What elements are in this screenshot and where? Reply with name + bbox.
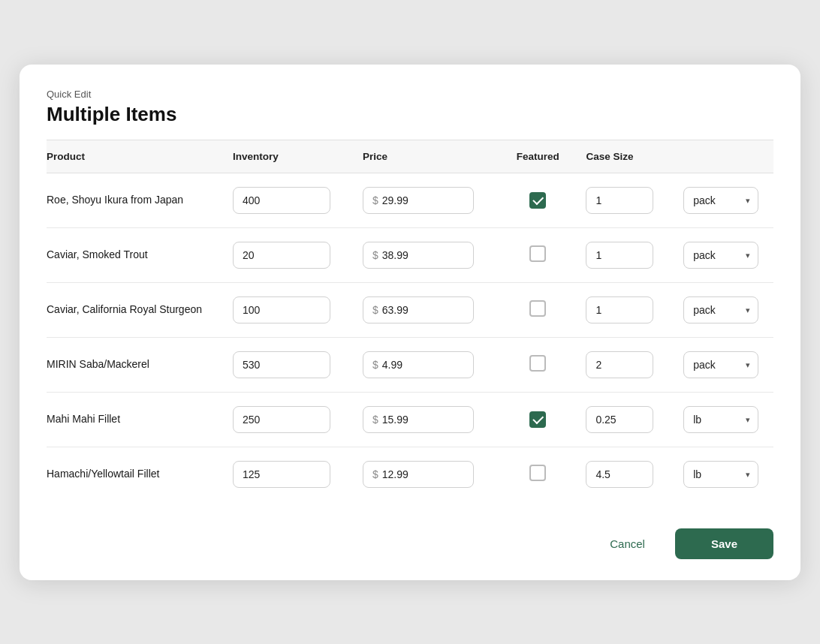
price-input-0[interactable] <box>382 194 450 206</box>
unit-select-5[interactable]: packlbozkgg <box>693 468 749 480</box>
inventory-input-5[interactable] <box>233 461 330 488</box>
inventory-input-0[interactable] <box>233 187 330 214</box>
unit-wrapper-1[interactable]: packlbozkgg▾ <box>683 242 758 269</box>
quick-edit-modal: Quick Edit Multiple Items Product Invent… <box>20 65 800 580</box>
casesize-input-0[interactable] <box>586 187 653 214</box>
casesize-input-3[interactable] <box>586 351 653 378</box>
featured-checkbox-3[interactable] <box>529 355 546 372</box>
casesize-cell-1 <box>578 227 676 282</box>
unit-select-2[interactable]: packlbozkgg <box>693 304 749 316</box>
price-wrapper-3: $ <box>363 351 474 378</box>
product-name-2: Caviar, California Royal Sturgeon <box>47 282 225 337</box>
casesize-input-4[interactable] <box>586 406 653 433</box>
product-name-3: MIRIN Saba/Mackerel <box>47 337 225 392</box>
featured-cell-4 <box>497 392 578 447</box>
featured-cell-3 <box>497 337 578 392</box>
price-symbol: $ <box>372 468 378 480</box>
inventory-cell-2 <box>225 282 355 337</box>
inventory-input-3[interactable] <box>233 351 330 378</box>
casesize-cell-2 <box>578 282 676 337</box>
quick-edit-label: Quick Edit <box>47 89 773 100</box>
price-symbol: $ <box>372 414 378 426</box>
featured-checkbox-1[interactable] <box>529 245 546 262</box>
unit-wrapper-2[interactable]: packlbozkgg▾ <box>683 296 758 324</box>
featured-cell-5 <box>497 447 578 501</box>
price-input-1[interactable] <box>382 249 450 261</box>
inventory-cell-3 <box>225 337 355 392</box>
col-header-inventory: Inventory <box>225 140 355 173</box>
featured-checkbox-4[interactable] <box>529 411 546 428</box>
unit-select-0[interactable]: packlbozkgg <box>693 194 749 206</box>
featured-checkbox-0[interactable] <box>529 192 546 209</box>
save-button[interactable]: Save <box>675 528 773 559</box>
featured-checkbox-5[interactable] <box>529 465 546 481</box>
price-wrapper-4: $ <box>363 406 474 433</box>
unit-select-4[interactable]: packlbozkgg <box>693 414 749 426</box>
table-row: MIRIN Saba/Mackerel$packlbozkgg▾ <box>47 337 773 392</box>
casesize-cell-0 <box>578 173 676 227</box>
price-cell-1: $ <box>355 227 497 282</box>
featured-checkbox-2[interactable] <box>529 300 546 317</box>
col-header-casesize: Case Size <box>578 140 676 173</box>
table-row: Hamachi/Yellowtail Fillet$packlbozkgg▾ <box>47 447 773 501</box>
price-symbol: $ <box>372 304 378 316</box>
modal-footer: Cancel Save <box>47 522 773 559</box>
price-cell-4: $ <box>355 392 497 447</box>
price-cell-3: $ <box>355 337 497 392</box>
price-cell-2: $ <box>355 282 497 337</box>
featured-cell-2 <box>497 282 578 337</box>
col-header-price: Price <box>355 140 497 173</box>
modal-title: Multiple Items <box>47 103 773 126</box>
col-header-unit <box>676 140 773 173</box>
table-row: Mahi Mahi Fillet$packlbozkgg▾ <box>47 392 773 447</box>
price-input-2[interactable] <box>382 304 450 316</box>
table-row: Caviar, Smoked Trout$packlbozkgg▾ <box>47 227 773 282</box>
unit-wrapper-0[interactable]: packlbozkgg▾ <box>683 187 758 214</box>
unit-select-1[interactable]: packlbozkgg <box>693 249 749 261</box>
price-symbol: $ <box>372 359 378 371</box>
inventory-cell-0 <box>225 173 355 227</box>
price-cell-0: $ <box>355 173 497 227</box>
items-table: Product Inventory Price Featured Case Si… <box>47 140 773 501</box>
product-name-1: Caviar, Smoked Trout <box>47 227 225 282</box>
featured-cell-0 <box>497 173 578 227</box>
price-wrapper-2: $ <box>363 296 474 324</box>
unit-cell-0: packlbozkgg▾ <box>676 173 773 227</box>
price-wrapper-1: $ <box>363 242 474 269</box>
table-row: Caviar, California Royal Sturgeon$packlb… <box>47 282 773 337</box>
casesize-input-1[interactable] <box>586 242 653 269</box>
unit-wrapper-5[interactable]: packlbozkgg▾ <box>683 461 758 488</box>
unit-select-3[interactable]: packlbozkgg <box>693 359 749 371</box>
price-input-3[interactable] <box>382 359 450 371</box>
featured-cell-1 <box>497 227 578 282</box>
casesize-cell-3 <box>578 337 676 392</box>
unit-cell-2: packlbozkgg▾ <box>676 282 773 337</box>
price-wrapper-5: $ <box>363 461 474 488</box>
price-cell-5: $ <box>355 447 497 501</box>
price-input-4[interactable] <box>382 414 450 426</box>
unit-cell-1: packlbozkgg▾ <box>676 227 773 282</box>
table-row: Roe, Shoyu Ikura from Japan$packlbozkgg▾ <box>47 173 773 227</box>
unit-cell-4: packlbozkgg▾ <box>676 392 773 447</box>
inventory-input-1[interactable] <box>233 242 330 269</box>
table-header-row: Product Inventory Price Featured Case Si… <box>47 140 773 173</box>
casesize-input-5[interactable] <box>586 461 653 488</box>
price-symbol: $ <box>372 194 378 206</box>
inventory-cell-5 <box>225 447 355 501</box>
unit-wrapper-4[interactable]: packlbozkgg▾ <box>683 406 758 433</box>
inventory-cell-4 <box>225 392 355 447</box>
price-symbol: $ <box>372 249 378 261</box>
unit-cell-3: packlbozkgg▾ <box>676 337 773 392</box>
col-header-product: Product <box>47 140 225 173</box>
price-input-5[interactable] <box>382 468 450 480</box>
unit-wrapper-3[interactable]: packlbozkgg▾ <box>683 351 758 378</box>
price-wrapper-0: $ <box>363 187 474 214</box>
product-name-4: Mahi Mahi Fillet <box>47 392 225 447</box>
casesize-cell-4 <box>578 392 676 447</box>
casesize-input-2[interactable] <box>586 296 653 324</box>
product-name-5: Hamachi/Yellowtail Fillet <box>47 447 225 501</box>
cancel-button[interactable]: Cancel <box>595 530 660 558</box>
inventory-input-2[interactable] <box>233 296 330 324</box>
casesize-cell-5 <box>578 447 676 501</box>
inventory-input-4[interactable] <box>233 406 330 433</box>
